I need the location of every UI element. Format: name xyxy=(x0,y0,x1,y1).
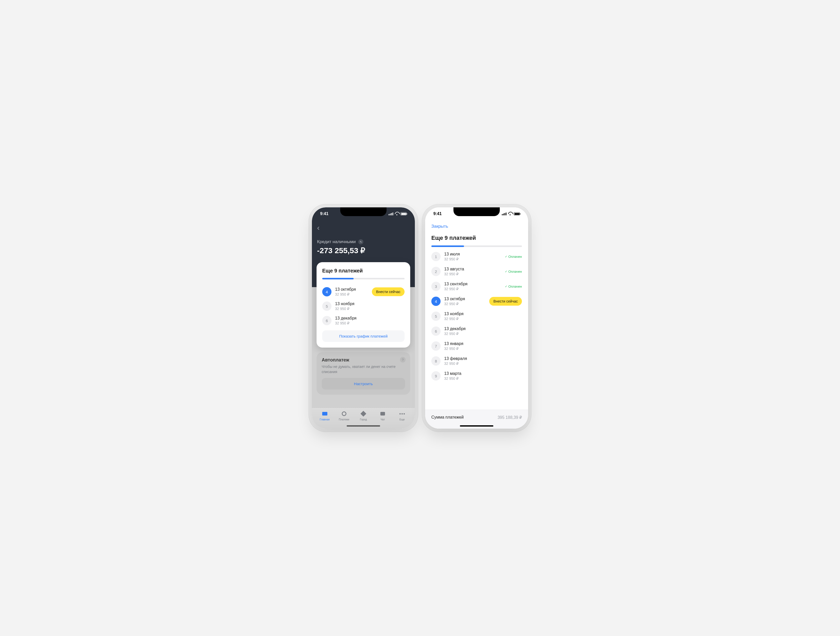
battery-icon xyxy=(400,212,407,215)
autopay-card: ? Автоплатеж Чтобы не думать, хватает ли… xyxy=(317,352,410,395)
payment-amount: 32 950 ₽ xyxy=(335,321,404,325)
payment-date: 13 сентября xyxy=(444,282,501,286)
schedule-title: Еще 9 платежей xyxy=(431,235,522,241)
tab-city[interactable]: Город xyxy=(354,410,373,421)
home-indicator[interactable] xyxy=(347,425,380,426)
tab-label: Главная xyxy=(320,418,330,421)
payment-amount: 32 950 ₽ xyxy=(444,272,501,276)
battery-icon xyxy=(514,212,520,215)
payment-status-paid: Оплачен xyxy=(505,284,522,289)
phone-left: 9:41 ‹ Кредит наличными ✎ -273 255,53 ₽ … xyxy=(312,207,415,429)
payment-date: 13 марта xyxy=(444,371,522,376)
edit-icon[interactable]: ✎ xyxy=(358,239,363,245)
payment-date: 13 января xyxy=(444,341,522,346)
tab-label: Чат xyxy=(381,418,385,421)
payment-number: 7 xyxy=(431,341,441,351)
payment-row[interactable]: 313 сентября32 950 ₽Оплачен xyxy=(431,279,522,294)
signal-icon xyxy=(388,213,393,215)
tab-more[interactable]: Еще xyxy=(392,410,412,421)
payment-number: 1 xyxy=(431,252,441,261)
payment-date: 13 октября xyxy=(335,287,368,292)
payment-date: 13 июля xyxy=(444,252,501,257)
payment-number: 6 xyxy=(322,316,332,325)
autopay-description: Чтобы не думать, хватает ли денег на сче… xyxy=(322,364,405,374)
payment-amount: 32 950 ₽ xyxy=(444,317,522,321)
payment-amount: 32 950 ₽ xyxy=(444,302,486,306)
footer-total: 395 188,39 ₽ xyxy=(497,415,522,420)
pay-now-button[interactable]: Внести сейчас xyxy=(489,297,522,306)
status-time: 9:41 xyxy=(320,211,328,216)
payment-date: 13 ноября xyxy=(444,312,522,316)
payment-amount: 32 950 ₽ xyxy=(444,347,522,351)
phone-right: 9:41 Закрыть Еще 9 платежей 113 июля32 9… xyxy=(425,207,528,429)
help-icon[interactable]: ? xyxy=(400,357,406,363)
status-time: 9:41 xyxy=(433,211,442,216)
autopay-configure-button[interactable]: Настроить xyxy=(322,378,405,390)
payment-row[interactable]: 613 декабря32 950 ₽ xyxy=(431,324,522,339)
wifi-icon xyxy=(508,212,512,215)
close-button[interactable]: Закрыть xyxy=(431,222,448,230)
payment-row[interactable]: 113 июля32 950 ₽Оплачен xyxy=(431,249,522,264)
tab-payments[interactable]: Платежи xyxy=(334,410,354,421)
pay-now-button[interactable]: Внести сейчас xyxy=(372,287,404,296)
notch xyxy=(453,207,500,216)
payments-card-title: Еще 9 платежей xyxy=(322,268,404,274)
payment-amount: 32 950 ₽ xyxy=(335,292,368,297)
payments-card: Еще 9 платежей 413 октября32 950 ₽Внести… xyxy=(317,262,410,347)
payment-number: 5 xyxy=(322,301,332,311)
payment-amount: 32 950 ₽ xyxy=(444,287,501,291)
payment-number: 4 xyxy=(322,287,332,297)
payment-schedule-list[interactable]: 113 июля32 950 ₽Оплачен213 августа32 950… xyxy=(425,249,528,398)
payment-number: 5 xyxy=(431,312,441,321)
payment-amount: 32 950 ₽ xyxy=(444,257,501,261)
payment-row[interactable]: 713 января32 950 ₽ xyxy=(431,339,522,354)
payment-status-paid: Оплачен xyxy=(505,270,522,273)
tab-chat[interactable]: Чат xyxy=(373,410,392,421)
payment-number: 8 xyxy=(431,356,441,366)
autopay-title: Автоплатеж xyxy=(322,357,405,363)
payment-date: 13 октября xyxy=(444,297,486,301)
payment-row[interactable]: 213 августа32 950 ₽Оплачен xyxy=(431,264,522,279)
progress-bar xyxy=(322,278,404,279)
payment-amount: 32 950 ₽ xyxy=(444,331,522,336)
payment-number: 6 xyxy=(431,327,441,336)
payment-row[interactable]: 413 октября32 950 ₽Внести сейчас xyxy=(322,284,404,299)
signal-icon xyxy=(502,213,507,215)
payment-date: 13 декабря xyxy=(335,316,404,320)
payment-row[interactable]: 513 ноября32 950 ₽ xyxy=(322,299,404,313)
payment-date: 13 ноября xyxy=(335,301,404,306)
payment-row[interactable]: 413 октября32 950 ₽Внести сейчас xyxy=(431,294,522,309)
payment-amount: 32 950 ₽ xyxy=(444,361,522,366)
payment-row[interactable]: 613 декабря32 950 ₽ xyxy=(322,313,404,328)
payment-number: 2 xyxy=(431,267,441,276)
loan-amount: -273 255,53 ₽ xyxy=(317,246,410,255)
payment-row[interactable]: 913 марта32 950 ₽ xyxy=(431,368,522,383)
loan-title: Кредит наличными xyxy=(317,239,356,245)
footer-label: Сумма платежей xyxy=(431,415,464,420)
progress-bar xyxy=(431,245,522,247)
home-indicator[interactable] xyxy=(460,425,493,426)
payment-date: 13 декабря xyxy=(444,327,522,331)
payment-row[interactable]: 813 февраля32 950 ₽ xyxy=(431,354,522,368)
payment-number: 9 xyxy=(431,371,441,380)
tab-label: Город xyxy=(360,418,367,421)
payment-date: 13 августа xyxy=(444,267,501,271)
notch xyxy=(340,207,387,216)
payment-row[interactable]: 513 ноября32 950 ₽ xyxy=(431,309,522,324)
back-button[interactable]: ‹ xyxy=(315,222,410,233)
tab-home[interactable]: Главная xyxy=(315,410,334,421)
payment-status-paid: Оплачен xyxy=(505,255,522,259)
tab-label: Платежи xyxy=(339,418,349,421)
payment-amount: 32 950 ₽ xyxy=(444,376,522,380)
payment-number: 3 xyxy=(431,282,441,291)
tab-label: Еще xyxy=(399,418,404,421)
payment-amount: 32 950 ₽ xyxy=(335,307,404,311)
payment-number: 4 xyxy=(431,297,441,306)
show-schedule-button[interactable]: Показать график платежей xyxy=(322,330,404,342)
payment-date: 13 февраля xyxy=(444,356,522,361)
wifi-icon xyxy=(395,212,399,215)
